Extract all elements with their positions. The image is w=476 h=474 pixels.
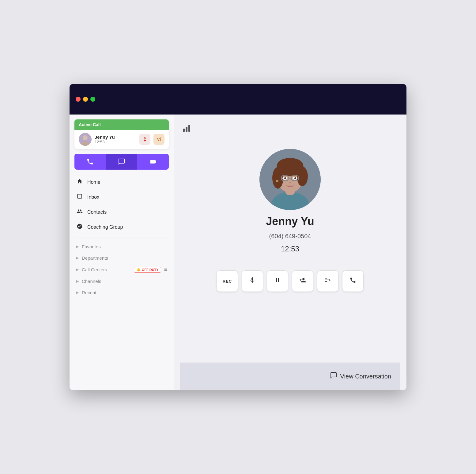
bottom-bar: View Conversation (180, 363, 400, 390)
call-centers-arrow-icon: ▶ (76, 268, 79, 272)
add-person-icon (299, 277, 306, 285)
sidebar-item-coaching-group[interactable]: Coaching Group (72, 220, 171, 235)
sidebar-item-home[interactable]: Home (72, 175, 171, 190)
call-centers-label: Call Centers (82, 267, 131, 272)
recent-arrow-icon: ▶ (76, 291, 79, 295)
traffic-lights (76, 97, 95, 102)
microphone-icon (249, 277, 256, 285)
sidebar-item-channels[interactable]: ▶ Channels (72, 276, 171, 287)
sidebar-item-call-centers[interactable]: ▶ Call Centers 🔔 OFF DUTY ≡ (72, 264, 171, 276)
active-call-section: Active Call Jenny Yu (70, 115, 174, 154)
sidebar-item-home-label: Home (87, 179, 100, 185)
phone-nav-button[interactable] (74, 154, 106, 170)
view-conversation-button[interactable]: View Conversation (330, 372, 391, 381)
home-icon (76, 178, 83, 186)
add-caller-button[interactable] (292, 270, 313, 292)
coaching-group-icon (76, 223, 83, 231)
transfer-call-button[interactable] (317, 270, 338, 292)
call-controls: REC (217, 270, 364, 292)
caller-info: Jenny Yu 12:53 (95, 134, 136, 144)
caller-avatar (79, 133, 92, 146)
svg-point-22 (276, 180, 278, 182)
vi-button[interactable]: Vi (153, 134, 164, 145)
contact-section: Jenny Yu (604) 649-0504 12:53 REC (217, 149, 364, 292)
active-call-header: Active Call (74, 119, 169, 130)
caller-name: Jenny Yu (95, 134, 136, 140)
vi-label: Vi (157, 137, 161, 142)
hamburger-icon[interactable]: ≡ (164, 267, 167, 273)
sidebar-item-inbox[interactable]: Inbox (72, 190, 171, 205)
sidebar-item-contacts-label: Contacts (87, 209, 107, 215)
app-body: Active Call Jenny Yu (70, 115, 406, 390)
app-window: Active Call Jenny Yu (70, 84, 406, 390)
signal-icon (183, 124, 193, 134)
record-button[interactable]: REC (217, 270, 238, 292)
call-duration: 12:53 (281, 245, 299, 253)
mute-button[interactable] (242, 270, 263, 292)
channels-arrow-icon: ▶ (76, 279, 79, 283)
transfer-button[interactable] (139, 134, 150, 145)
active-call-body: Jenny Yu 12:53 Vi (74, 130, 169, 149)
pause-button[interactable] (267, 270, 288, 292)
svg-point-21 (294, 177, 296, 179)
active-call-label: Active Call (79, 122, 101, 127)
maximize-button[interactable] (90, 97, 95, 102)
sidebar-item-favorites[interactable]: ▶ Favorites (72, 241, 171, 252)
nav-divider (74, 238, 169, 238)
bell-icon: 🔔 (136, 268, 141, 272)
video-nav-button[interactable] (137, 154, 169, 170)
sidebar-item-recent[interactable]: ▶ Recent (72, 287, 171, 298)
recent-label: Recent (82, 290, 96, 295)
minimize-button[interactable] (83, 97, 88, 102)
pause-icon (274, 277, 281, 285)
caller-time: 12:53 (95, 140, 136, 144)
close-button[interactable] (76, 97, 81, 102)
svg-point-1 (83, 135, 88, 140)
chat-nav-button[interactable] (106, 154, 138, 170)
collapsible-nav: ▶ Favorites ▶ Departments ▶ Call Centers… (70, 241, 174, 298)
sidebar: Active Call Jenny Yu (70, 115, 174, 390)
sidebar-item-contacts[interactable]: Contacts (72, 205, 171, 220)
favorites-label: Favorites (82, 244, 101, 249)
view-conversation-label: View Conversation (340, 373, 391, 380)
off-duty-badge: 🔔 OFF DUTY (134, 267, 161, 273)
chat-bubble-icon (330, 372, 337, 381)
svg-rect-5 (188, 125, 190, 132)
svg-rect-4 (186, 127, 187, 132)
phone-settings-icon (349, 277, 356, 285)
nav-buttons (74, 154, 169, 170)
departments-arrow-icon: ▶ (76, 256, 79, 260)
channels-label: Channels (82, 279, 101, 284)
titlebar (70, 84, 406, 115)
contact-phone: (604) 649-0504 (269, 233, 311, 240)
contact-photo (259, 149, 321, 210)
main-nav: Home Inbox Contact (70, 175, 174, 235)
contacts-icon (76, 208, 83, 216)
svg-point-14 (277, 158, 303, 171)
main-content: Jenny Yu (604) 649-0504 12:53 REC (174, 115, 406, 390)
sidebar-item-departments[interactable]: ▶ Departments (72, 252, 171, 264)
more-options-button[interactable] (342, 270, 364, 292)
sidebar-item-inbox-label: Inbox (87, 194, 99, 200)
active-call-card: Active Call Jenny Yu (74, 119, 169, 149)
svg-point-20 (284, 177, 286, 179)
sidebar-item-coaching-group-label: Coaching Group (87, 224, 123, 230)
departments-label: Departments (82, 255, 108, 261)
record-label: REC (223, 279, 232, 284)
svg-rect-3 (183, 129, 185, 132)
forward-list-icon (324, 277, 331, 285)
contact-name: Jenny Yu (266, 215, 314, 228)
favorites-arrow-icon: ▶ (76, 245, 79, 249)
inbox-icon (76, 193, 83, 201)
off-duty-label: OFF DUTY (142, 268, 159, 272)
